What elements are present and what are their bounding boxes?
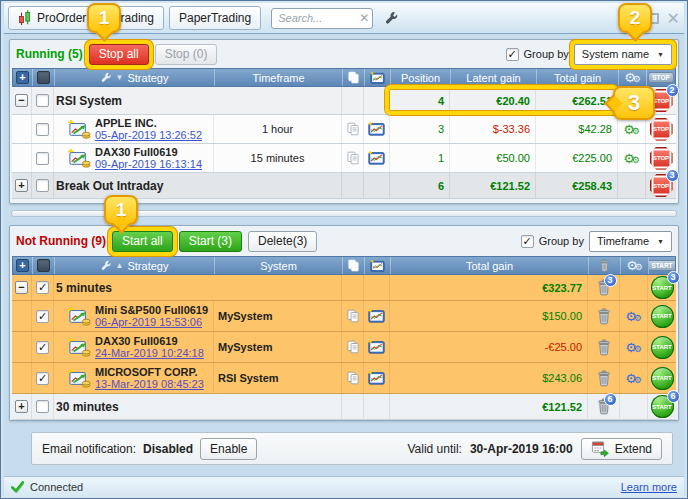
groupby-checkbox[interactable]: ✓ bbox=[521, 235, 534, 248]
start-all-button[interactable]: Start all bbox=[112, 231, 173, 252]
running-toolbar: Running (5) Stop all Stop (0) ✓ Group by… bbox=[10, 40, 678, 68]
start-button[interactable]: START bbox=[651, 336, 674, 359]
open-chart-icon[interactable] bbox=[368, 309, 385, 323]
stop-button[interactable]: STOP bbox=[650, 118, 673, 141]
tools-wrench-icon[interactable] bbox=[385, 11, 399, 25]
stop-button[interactable]: STOP bbox=[650, 147, 673, 170]
expand-all-button[interactable]: + bbox=[16, 71, 29, 84]
panel-splitter[interactable] bbox=[11, 210, 677, 217]
strategy-start-date-link[interactable]: 05-Apr-2019 13:26:52 bbox=[95, 129, 202, 142]
delete-button[interactable] bbox=[597, 339, 611, 356]
settings-gears-icon[interactable]: ⚙⚙ bbox=[625, 341, 642, 354]
row-checkbox[interactable] bbox=[36, 152, 49, 165]
settings-gears-icon[interactable]: ⚙⚙ bbox=[625, 372, 642, 385]
start-button[interactable]: START bbox=[651, 305, 674, 328]
groupby-dropdown[interactable]: Timeframe ▼ bbox=[589, 231, 672, 252]
open-chart-icon[interactable] bbox=[368, 151, 385, 165]
timeframe: 1 hour bbox=[214, 115, 342, 143]
column-settings[interactable]: ⚙⚙ bbox=[619, 69, 647, 86]
row-checkbox[interactable]: ✓ bbox=[36, 341, 49, 354]
group-checkbox[interactable]: ✓ bbox=[36, 281, 49, 294]
strategy-row-dax30: DAX30 Full0619 09-Apr-2019 16:13:14 15 m… bbox=[12, 144, 676, 173]
column-copy[interactable] bbox=[343, 257, 365, 274]
start-selected-button[interactable]: Start (3) bbox=[179, 231, 242, 252]
column-settings[interactable]: ⚙⚙ bbox=[621, 257, 649, 274]
tab-proorder-autotrading[interactable]: ProOrder AutoTrading bbox=[8, 6, 164, 30]
learn-more-link[interactable]: Learn more bbox=[621, 481, 677, 493]
column-chart[interactable] bbox=[365, 257, 391, 274]
running-grid-header: + ▼ Strategy Timeframe Position Latent g… bbox=[12, 68, 676, 87]
tab-papertrading[interactable]: PaperTrading bbox=[169, 6, 261, 30]
email-label: Email notification: bbox=[42, 442, 136, 456]
group-checkbox[interactable] bbox=[36, 400, 49, 413]
expand-all-button[interactable]: + bbox=[16, 259, 29, 272]
groupby-checkbox[interactable]: ✓ bbox=[506, 48, 519, 61]
copy-icon[interactable] bbox=[346, 122, 360, 136]
settings-gears-icon[interactable]: ⚙⚙ bbox=[623, 152, 640, 165]
column-total-gain[interactable]: Total gain bbox=[391, 257, 589, 274]
column-chart[interactable] bbox=[365, 69, 391, 86]
not-running-title: Not Running (9) bbox=[16, 234, 106, 248]
expand-group-button[interactable]: + bbox=[15, 400, 28, 413]
strategy-date-link[interactable]: 13-Mar-2019 08:45:23 bbox=[95, 378, 204, 391]
group-row-rsi-system: − RSI System 4 €20.40 €262.51 STOP 2 bbox=[12, 87, 676, 115]
row-checkbox[interactable]: ✓ bbox=[36, 310, 49, 323]
collapse-group-button[interactable]: − bbox=[15, 94, 28, 107]
connected-check-icon bbox=[11, 481, 24, 493]
open-chart-icon[interactable] bbox=[368, 371, 385, 385]
group-checkbox[interactable] bbox=[36, 94, 49, 107]
enable-button[interactable]: Enable bbox=[200, 438, 257, 460]
row-checkbox[interactable]: ✓ bbox=[36, 372, 49, 385]
column-position[interactable]: Position bbox=[391, 69, 451, 86]
group-checkbox[interactable] bbox=[36, 179, 49, 192]
settings-gears-icon[interactable]: ⚙⚙ bbox=[625, 310, 642, 323]
strategy-date-link[interactable]: 24-Mar-2019 10:24:18 bbox=[95, 347, 204, 360]
strategy-icon bbox=[67, 368, 91, 388]
clear-search-icon[interactable]: ✕ bbox=[359, 11, 369, 25]
not-running-grid-header: + ▲ Strategy System Total gain ⚙⚙ START bbox=[12, 256, 676, 275]
maximize-icon[interactable] bbox=[648, 13, 659, 24]
copy-icon[interactable] bbox=[346, 309, 360, 323]
timeframe: 15 minutes bbox=[214, 144, 342, 172]
delete-selected-button[interactable]: Delete(3) bbox=[248, 231, 317, 252]
column-delete[interactable] bbox=[589, 257, 621, 274]
column-total-gain[interactable]: Total gain bbox=[537, 69, 619, 86]
settings-gears-icon[interactable]: ⚙⚙ bbox=[623, 123, 640, 136]
select-all-checkbox[interactable] bbox=[37, 259, 50, 272]
search-input[interactable] bbox=[271, 8, 373, 29]
minimize-icon[interactable] bbox=[629, 13, 640, 24]
column-system[interactable]: System bbox=[215, 257, 343, 274]
delete-button[interactable] bbox=[597, 370, 611, 387]
row-checkbox[interactable] bbox=[36, 123, 49, 136]
start-button[interactable]: START bbox=[651, 367, 674, 390]
copy-icon[interactable] bbox=[346, 371, 360, 385]
running-groupby: ✓ Group by System name ▼ bbox=[506, 44, 672, 65]
collapse-group-button[interactable]: − bbox=[15, 281, 28, 294]
search-box: ✕ bbox=[271, 8, 373, 29]
running-title: Running (5) bbox=[16, 47, 83, 61]
column-timeframe[interactable]: Timeframe bbox=[215, 69, 343, 86]
strategy-date-link[interactable]: 06-Apr-2019 15:53:06 bbox=[95, 316, 208, 329]
copy-icon[interactable] bbox=[346, 151, 360, 165]
column-strategy[interactable]: ▲ Strategy bbox=[55, 257, 215, 274]
open-chart-icon[interactable] bbox=[368, 340, 385, 354]
running-panel: Running (5) Stop all Stop (0) ✓ Group by… bbox=[9, 39, 679, 204]
copy-icon[interactable] bbox=[346, 340, 360, 354]
close-icon[interactable]: ✕ bbox=[667, 13, 680, 24]
expand-group-button[interactable]: + bbox=[15, 179, 28, 192]
column-latent-gain[interactable]: Latent gain bbox=[451, 69, 537, 86]
extend-button[interactable]: Extend bbox=[581, 438, 662, 460]
open-chart-icon[interactable] bbox=[368, 122, 385, 136]
column-copy[interactable] bbox=[343, 69, 365, 86]
column-strategy[interactable]: ▼ Strategy bbox=[55, 69, 215, 86]
strategy-start-date-link[interactable]: 09-Apr-2019 16:13:14 bbox=[95, 158, 202, 171]
stop-selected-button[interactable]: Stop (0) bbox=[155, 44, 218, 65]
delete-button[interactable] bbox=[597, 308, 611, 325]
groupby-dropdown[interactable]: System name ▼ bbox=[574, 44, 672, 65]
copy-icon bbox=[347, 71, 360, 84]
proorder-window: ProOrder AutoTrading PaperTrading ✕ ✕ Ru… bbox=[0, 0, 688, 499]
running-grid: + ▼ Strategy Timeframe Position Latent g… bbox=[12, 68, 676, 199]
select-all-checkbox[interactable] bbox=[37, 71, 50, 84]
stop-all-button[interactable]: Stop all bbox=[89, 44, 149, 65]
strategy-row-mini-sp500: ✓ Mini S&P500 Full0619 06-Apr-2019 15:53… bbox=[12, 301, 676, 332]
